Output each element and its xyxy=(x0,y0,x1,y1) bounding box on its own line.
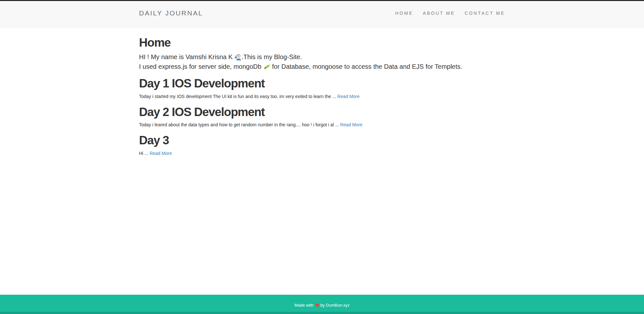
footer-text: Made with by DumBun.xyz xyxy=(294,303,350,308)
nav-link-home[interactable]: HOME xyxy=(395,11,413,16)
post-title: Day 2 IOS Development xyxy=(139,105,505,119)
post-excerpt: Hi ... Read More xyxy=(139,150,505,157)
post-excerpt-text: Hi ... xyxy=(139,151,150,156)
footer-text-prefix: Made with xyxy=(294,303,315,308)
footer-bottom-edge xyxy=(0,312,644,314)
intro-text: HI ! My name is Vamshi Krisna K .This is… xyxy=(139,52,505,71)
page-title: Home xyxy=(139,36,505,50)
intro-line2-tail: for Database, mongoose to access the Dat… xyxy=(270,63,462,70)
intro-line2-text: I used express.js for server side, mongo… xyxy=(139,63,263,70)
footer: Made with by DumBun.xyz xyxy=(0,295,644,314)
heart-emoji xyxy=(315,303,319,308)
intro-line1-tail: .This is my Blog-Site. xyxy=(241,53,302,60)
navbar: DAILY JOURNAL HOME ABOUT ME CONTACT ME xyxy=(0,1,644,28)
post-excerpt: Today i started my IOS development The U… xyxy=(139,93,505,100)
main-content: Home HI ! My name is Vamshi Krisna K .Th… xyxy=(0,28,644,157)
post-excerpt-text: Today i started my IOS development The U… xyxy=(139,94,337,99)
post-excerpt-text: Today i leared about the data types and … xyxy=(139,122,340,127)
read-more-link[interactable]: Read More xyxy=(337,94,359,99)
brand-daily-journal[interactable]: DAILY JOURNAL xyxy=(139,9,203,17)
footer-bar: Made with by DumBun.xyz xyxy=(0,295,644,312)
leaf-emoji xyxy=(263,63,270,70)
post-title: Day 3 xyxy=(139,133,505,148)
read-more-link[interactable]: Read More xyxy=(340,122,362,127)
post-title: Day 1 IOS Development xyxy=(139,76,505,91)
read-more-link[interactable]: Read More xyxy=(150,151,172,156)
person-raising-hand-emoji xyxy=(234,53,241,60)
post-excerpt: Today i leared about the data types and … xyxy=(139,121,505,128)
nav-links: HOME ABOUT ME CONTACT ME xyxy=(395,11,505,16)
nav-link-about-me[interactable]: ABOUT ME xyxy=(423,11,455,16)
nav-link-contact-me[interactable]: CONTACT ME xyxy=(465,11,505,16)
intro-line1-text: HI ! My name is Vamshi Krisna K xyxy=(139,53,234,60)
footer-text-suffix: by DumBun.xyz xyxy=(319,303,350,308)
